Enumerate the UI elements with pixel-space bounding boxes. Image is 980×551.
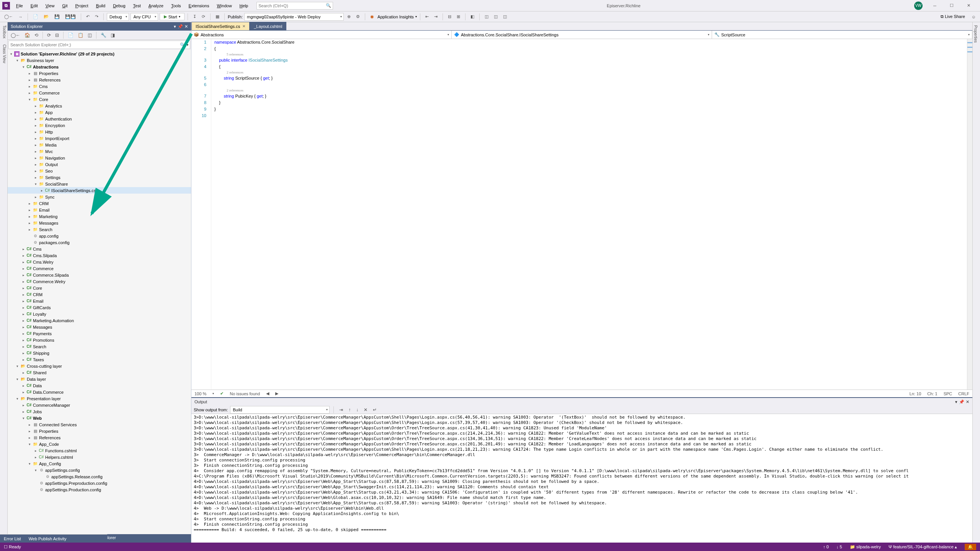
panel-pin-icon[interactable]: 📌 <box>178 24 183 29</box>
twisty-icon[interactable]: ▾ <box>15 377 19 381</box>
twisty-icon[interactable]: ▾ <box>21 416 25 420</box>
outdent-icon[interactable]: ⇥ <box>432 13 439 20</box>
tree-node-core[interactable]: ▾📁Core <box>8 96 191 103</box>
twisty-icon[interactable]: ▸ <box>34 137 38 140</box>
tree-node-cross-cutting-layer[interactable]: ▾📂Cross-cutting layer <box>8 363 191 369</box>
tree-node-media[interactable]: ▸📁Media <box>8 142 191 148</box>
zoom-dropdown[interactable]: 100 % <box>194 391 206 396</box>
twisty-icon[interactable]: ▸ <box>21 299 25 303</box>
twisty-icon[interactable]: ▸ <box>21 371 25 375</box>
branch-name[interactable]: Ψ feature/SIL-704-giftcard-balance ▴ <box>889 544 957 549</box>
tree-node-properties[interactable]: ▸▤Properties <box>8 70 191 77</box>
tree-node-data[interactable]: ▸C#Data <box>8 382 191 389</box>
step-icon[interactable]: ↧ <box>191 13 198 20</box>
twisty-icon[interactable]: ▸ <box>34 111 38 114</box>
twisty-icon[interactable]: ▸ <box>34 163 38 166</box>
tree-node-helpers-cshtml[interactable]: ▸C#Helpers.cshtml <box>8 454 191 460</box>
twisty-icon[interactable]: ▸ <box>28 423 31 427</box>
tree-node-http[interactable]: ▸📁Http <box>8 129 191 135</box>
twisty-icon[interactable]: ▸ <box>34 169 38 173</box>
twisty-icon[interactable]: ▸ <box>21 410 25 414</box>
new-project-icon[interactable]: 📄 <box>31 13 40 20</box>
repo-name[interactable]: 📁 silpada-welry <box>850 544 881 549</box>
twisty-icon[interactable]: ▸ <box>28 436 31 440</box>
toolbox-tab[interactable]: Toolbox <box>0 22 7 41</box>
issues-label[interactable]: No issues found <box>230 391 260 396</box>
twisty-icon[interactable]: ▸ <box>21 325 25 329</box>
user-avatar[interactable]: VW <box>914 2 923 10</box>
tree-node-encryption[interactable]: ▸📁Encryption <box>8 122 191 129</box>
twisty-icon[interactable]: ▸ <box>34 143 38 147</box>
twisty-icon[interactable]: ▸ <box>21 267 25 271</box>
menu-view[interactable]: View <box>42 1 59 10</box>
twisty-icon[interactable]: ▸ <box>34 150 38 153</box>
bookmark-icon[interactable]: ◧ <box>469 13 476 20</box>
tree-node-commercemanager[interactable]: ▸C#CommerceManager <box>8 402 191 408</box>
tree-node-web[interactable]: ▾C#Web <box>8 415 191 421</box>
tree-node-isocialsharesettings-cs[interactable]: ▸C#ISocialShareSettings.cs <box>8 187 191 194</box>
tree-node-app-config[interactable]: ▾📁App_Config <box>8 460 191 467</box>
editor-scrollbar[interactable] <box>967 39 972 390</box>
close-button[interactable]: ✕ <box>960 0 977 11</box>
twisty-icon[interactable]: ▸ <box>34 117 38 121</box>
twisty-icon[interactable]: ▸ <box>34 124 38 127</box>
twisty-icon[interactable]: ▸ <box>34 104 38 108</box>
properties-tab[interactable]: Properties <box>973 22 978 46</box>
twisty-icon[interactable]: ▸ <box>40 189 44 192</box>
liveshare-button[interactable]: ⧉ Live Share <box>938 13 968 20</box>
tree-node-commerce-welry[interactable]: ▸C#Commerce.Welry <box>8 278 191 285</box>
publish-settings-icon[interactable]: ⚙ <box>354 13 362 20</box>
tree-node-functions-cshtml[interactable]: ▸C#Functions.cshtml <box>8 447 191 454</box>
tree-node-data-commerce[interactable]: ▸C#Data.Commerce <box>8 389 191 395</box>
twisty-icon[interactable]: ▸ <box>21 351 25 355</box>
refresh-icon[interactable]: ⟳ <box>200 13 207 20</box>
menu-extensions[interactable]: Extensions <box>185 1 213 10</box>
twisty-icon[interactable]: ▸ <box>34 176 38 179</box>
out-clear-icon[interactable]: ✕ <box>362 406 369 413</box>
eol-label[interactable]: CRLF <box>958 391 969 396</box>
tree-node-promotions[interactable]: ▸C#Promotions <box>8 337 191 343</box>
tree-node-packages-config[interactable]: ⚙packages.config <box>8 239 191 246</box>
twisty-icon[interactable]: ▾ <box>15 397 19 401</box>
save-all-icon[interactable]: 💾💾 <box>63 13 78 20</box>
solution-search[interactable]: 🔍 ▾ <box>8 41 190 49</box>
se-copy-icon[interactable]: 📋 <box>76 32 85 39</box>
twisty-icon[interactable]: ▸ <box>21 273 25 277</box>
panel-dropdown-icon[interactable]: ▾ <box>174 24 176 29</box>
tree-node-business-layer[interactable]: ▾📂Business layer <box>8 57 191 64</box>
tree-node-marketing[interactable]: ▸📁Marketing <box>8 213 191 220</box>
twisty-icon[interactable]: ▸ <box>28 215 31 218</box>
tab-close-icon[interactable]: ✕ <box>242 24 245 28</box>
twisty-icon[interactable]: ▾ <box>28 442 31 446</box>
tree-node-core[interactable]: ▸C#Core <box>8 285 191 291</box>
twisty-icon[interactable]: ▸ <box>34 156 38 160</box>
tree-node-appsettings-production-config[interactable]: ⚙appSettings.Production.config <box>8 486 191 493</box>
tree-node-app-code[interactable]: ▾📁App_Code <box>8 441 191 447</box>
twisty-icon[interactable]: ▸ <box>21 260 25 264</box>
twisty-icon[interactable]: ▸ <box>21 384 25 388</box>
tree-node-mvc[interactable]: ▸📁Mvc <box>8 148 191 155</box>
tree-node-appsettings-release-config[interactable]: ⚙appSettings.Release.config <box>8 473 191 480</box>
menu-project[interactable]: Project <box>71 1 92 10</box>
twisty-icon[interactable]: ▸ <box>21 390 25 394</box>
tree-node-crm[interactable]: ▸📁CRM <box>8 200 191 207</box>
tree-node-analytics[interactable]: ▸📁Analytics <box>8 103 191 109</box>
twisty-icon[interactable]: ▸ <box>21 254 25 258</box>
twisty-icon[interactable]: ▾ <box>28 462 31 466</box>
notifications-icon[interactable]: 🔔 <box>965 544 976 550</box>
se-sync-icon[interactable]: ⟲ <box>33 32 40 39</box>
twisty-icon[interactable]: ▸ <box>28 91 31 95</box>
se-showall-icon[interactable]: 📄 <box>66 32 75 39</box>
tree-node-shared[interactable]: ▸C#Shared <box>8 369 191 376</box>
twisty-icon[interactable]: ▸ <box>21 293 25 297</box>
show-output-dropdown[interactable]: Build <box>230 406 330 414</box>
menu-analyze[interactable]: Analyze <box>145 1 167 10</box>
tree-node-importexport[interactable]: ▸📁ImportExport <box>8 135 191 142</box>
publish-icon[interactable]: ⊕ <box>345 13 353 20</box>
feedback-icon[interactable]: ☺ <box>970 14 978 20</box>
se-home-icon[interactable]: 🏠 <box>23 32 32 39</box>
twisty-icon[interactable]: ▸ <box>28 78 31 82</box>
codelens[interactable]: 2 references <box>214 88 972 93</box>
comment-icon[interactable]: ⊟ <box>446 13 453 20</box>
menu-file[interactable]: File <box>12 1 27 10</box>
